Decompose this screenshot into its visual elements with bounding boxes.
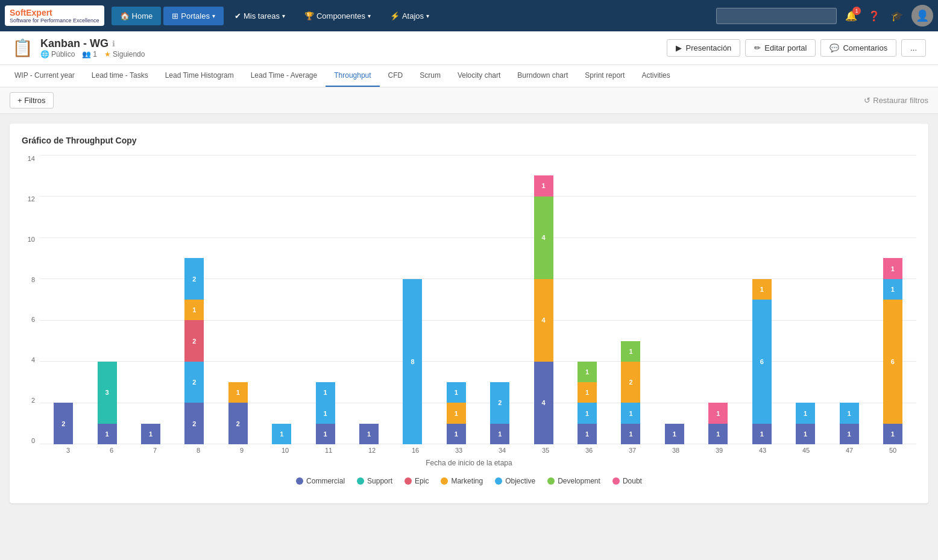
- bar-segment-commercial: 2: [54, 403, 73, 444]
- portales-arrow-icon: ▾: [212, 13, 215, 19]
- x-label: 34: [485, 447, 520, 454]
- bar-segment-commercial: 1: [796, 424, 815, 444]
- tab-lead-time---tasks[interactable]: Lead time - Tasks: [83, 65, 157, 87]
- tab-lead-time---average[interactable]: Lead Time - Average: [242, 65, 326, 87]
- chart-inner: 02468101214 2131222122111111811112444111…: [22, 155, 916, 444]
- bar-segment-objective: 1: [840, 403, 859, 423]
- legend-item-objective: Objective: [495, 477, 535, 485]
- legend-item-doubt: Doubt: [612, 477, 642, 485]
- bar-segment-marketing: 1: [578, 382, 597, 403]
- bar-segment-commercial: 1: [98, 424, 117, 444]
- portal-actions: ▶ Presentación ✏ Editar portal 💬 Comenta…: [667, 39, 926, 57]
- tab-velocity-chart[interactable]: Velocity chart: [449, 65, 509, 87]
- bar-segment-objective: 6: [752, 300, 772, 424]
- mis-tareas-arrow-icon: ▾: [282, 13, 285, 19]
- bar-segment-objective: 2: [490, 382, 509, 424]
- legend-label-commercial: Commercial: [306, 477, 345, 485]
- presentation-icon: ▶: [676, 43, 682, 52]
- bar-segment-commercial: 1: [708, 424, 728, 444]
- logo-sub: Software for Performance Excellence: [10, 17, 99, 24]
- bar-group: 161: [744, 279, 779, 444]
- bar-segment-objective: 1: [578, 403, 597, 423]
- bar-segment-marketing: 6: [883, 300, 902, 424]
- x-label: 37: [615, 447, 650, 454]
- tab-burndown-chart[interactable]: Burndown chart: [509, 65, 576, 87]
- legend-dot-support: [357, 477, 364, 485]
- toolbar: + Filtros ↺ Restaurar filtros: [0, 87, 938, 114]
- bar-segment-objective: 1: [272, 424, 291, 444]
- filter-button[interactable]: + Filtros: [10, 92, 54, 109]
- legend-item-commercial: Commercial: [296, 477, 345, 485]
- bar-segment-objective: 1: [316, 403, 335, 423]
- y-label: 12: [22, 195, 35, 203]
- legend-item-epic: Epic: [404, 477, 429, 485]
- tab-sprint-report[interactable]: Sprint report: [576, 65, 633, 87]
- editar-portal-button[interactable]: ✏ Editar portal: [745, 39, 816, 57]
- bar-group: 4441: [526, 175, 561, 444]
- y-label: 8: [22, 276, 35, 283]
- legend-item-development: Development: [547, 477, 600, 485]
- tab-scrum[interactable]: Scrum: [411, 65, 449, 87]
- portales-button[interactable]: ⊞ Portales ▾: [163, 7, 224, 25]
- bar-segment-marketing: 1: [752, 279, 772, 300]
- x-label: 33: [441, 447, 476, 454]
- bar-segment-commercial: 1: [883, 424, 902, 444]
- check-icon: ✔: [234, 11, 241, 20]
- bar-group: 1: [133, 424, 168, 444]
- bar-segment-development: 4: [534, 197, 553, 279]
- tab-wip---current-year[interactable]: WIP - Current year: [6, 65, 83, 87]
- componentes-button[interactable]: 🏆 Componentes ▾: [296, 7, 379, 25]
- bar-group: 11: [700, 403, 735, 444]
- y-label: 10: [22, 236, 35, 243]
- portal-info: 📋 Kanban - WG ℹ 🌐 Público 👥 1 ★ Siguiend…: [12, 37, 145, 58]
- bar-segment-commercial: 1: [141, 424, 160, 444]
- bar-segment-marketing: 2: [621, 362, 640, 403]
- bar-segment-commercial: 4: [534, 362, 553, 444]
- bar-group: 11: [831, 403, 866, 444]
- topbar-right: 🔔 1 ❓ 🎓 👤: [716, 5, 933, 27]
- notifications-button[interactable]: 🔔 1: [843, 8, 860, 24]
- legend-label-doubt: Doubt: [623, 477, 642, 485]
- tab-lead-time-histogram[interactable]: Lead Time Histogram: [157, 65, 242, 87]
- x-label: 7: [137, 447, 172, 454]
- bar-segment-commercial: 2: [184, 403, 204, 444]
- x-label: 47: [832, 447, 867, 454]
- tabs-bar: WIP - Current yearLead time - TasksLead …: [0, 65, 938, 87]
- help-button[interactable]: ❓: [866, 8, 883, 24]
- bar-segment-objective: 1: [883, 279, 902, 300]
- x-axis-title: Fecha de inicio de la etapa: [22, 459, 916, 467]
- chart-title: Gráfico de Throughput Copy: [22, 136, 916, 145]
- x-label: 8: [181, 447, 216, 454]
- presentacion-button[interactable]: ▶ Presentación: [667, 39, 740, 57]
- legend-dot-marketing: [441, 477, 448, 485]
- home-button[interactable]: 🏠 Home: [112, 7, 162, 25]
- tab-throughput[interactable]: Throughput: [326, 65, 379, 87]
- legend-dot-doubt: [612, 477, 620, 485]
- x-label: 10: [268, 447, 303, 454]
- legend-dot-objective: [495, 477, 502, 485]
- restore-filters-button[interactable]: ↺ Restaurar filtros: [864, 96, 928, 105]
- bar-segment-development: 1: [621, 341, 640, 362]
- comentarios-button[interactable]: 💬 Comentarios: [820, 39, 896, 57]
- atajos-button[interactable]: ⚡ Atajos ▾: [382, 7, 438, 25]
- bar-group: 11: [788, 403, 823, 444]
- more-button[interactable]: ...: [901, 39, 926, 57]
- bar-segment-commercial: 1: [316, 424, 335, 444]
- topbar: SoftExpert Software for Performance Exce…: [0, 0, 938, 31]
- graduate-button[interactable]: 🎓: [889, 8, 905, 24]
- avatar[interactable]: 👤: [911, 5, 933, 27]
- tab-activities[interactable]: Activities: [633, 65, 678, 87]
- notification-badge: 1: [852, 7, 861, 15]
- search-input[interactable]: [716, 8, 837, 24]
- tab-cfd[interactable]: CFD: [380, 65, 412, 87]
- edit-icon: ✏: [754, 43, 761, 52]
- y-axis: 02468101214: [22, 155, 40, 444]
- y-label: 0: [22, 437, 35, 444]
- bar-segment-commercial: 2: [228, 403, 248, 444]
- info-icon: ℹ: [112, 39, 115, 48]
- bar-segment-objective: 1: [447, 382, 466, 403]
- bar-segment-commercial: 1: [359, 424, 379, 444]
- mis-tareas-button[interactable]: ✔ Mis tareas ▾: [226, 7, 294, 25]
- legend-label-marketing: Marketing: [451, 477, 483, 485]
- bar-group: 111: [439, 382, 474, 444]
